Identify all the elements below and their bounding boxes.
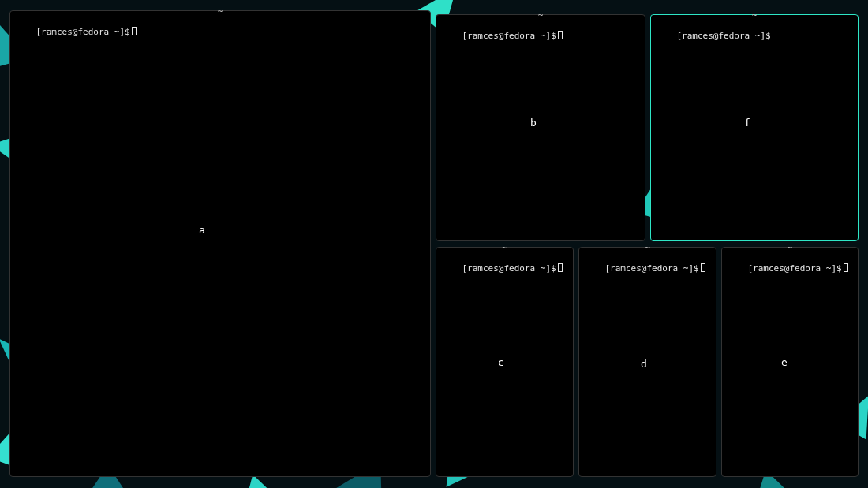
text-cursor-icon [844,263,848,272]
shell-prompt: [ramces@fedora ~]$ [36,27,130,37]
terminal-window-b[interactable]: ~ [ramces@fedora ~]$ [436,14,645,241]
shell-prompt: [ramces@fedora ~]$ [748,263,842,274]
terminal-content[interactable]: [ramces@fedora ~]$ [441,20,640,53]
terminal-window-d[interactable]: ~ [ramces@fedora ~]$ [578,247,716,477]
terminal-content[interactable]: [ramces@fedora ~]$ [15,16,425,49]
terminal-content[interactable]: [ramces@fedora ~]$ [441,252,568,285]
terminal-window-c[interactable]: ~ [ramces@fedora ~]$ [436,247,574,477]
text-cursor-icon [701,263,705,272]
terminal-content[interactable]: [ramces@fedora ~]$ [656,20,853,53]
shell-prompt: [ramces@fedora ~]$ [462,263,556,274]
terminal-window-e[interactable]: ~ [ramces@fedora ~]$ [721,247,859,477]
shell-prompt: [ramces@fedora ~]$ [462,31,556,41]
shell-prompt: [ramces@fedora ~]$ [677,31,771,41]
terminal-content[interactable]: [ramces@fedora ~]$ [727,252,853,285]
text-cursor-icon [558,263,563,272]
text-cursor-icon [558,31,563,39]
terminal-window-f[interactable]: ~ [ramces@fedora ~]$ [650,14,859,241]
terminal-window-a[interactable]: ~ [ramces@fedora ~]$ [9,10,431,477]
text-cursor-icon [132,27,137,35]
terminal-content[interactable]: [ramces@fedora ~]$ [584,252,711,285]
shell-prompt: [ramces@fedora ~]$ [605,263,699,274]
